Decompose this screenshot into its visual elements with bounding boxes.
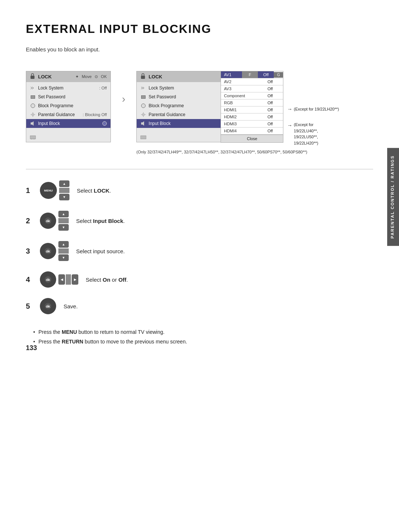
steps-section: 1 MENU ▲ ▼ Select LOCK. 2 OK (26, 180, 373, 314)
hdmi3-name: HDMI3 (221, 121, 257, 127)
nav-middle-2 (58, 218, 69, 223)
input-table: AV1 F Off G AV2 Off AV3 Off (221, 71, 283, 143)
right-set-password: Set Password (137, 92, 221, 101)
table-row-component: Component Off (221, 92, 283, 99)
step-5-description: Save. (64, 303, 78, 309)
ok-button-2[interactable]: OK (40, 213, 56, 229)
step-4-number: 4 (26, 275, 33, 284)
blank-icon-1 (30, 128, 36, 134)
hdmi1-name: HDMI1 (221, 106, 257, 113)
av1-name: AV1 (221, 71, 242, 78)
component-off: Off (257, 92, 283, 99)
ok-button-5[interactable]: OK (40, 298, 56, 314)
av3-off: Off (257, 85, 283, 92)
right-empty1 (137, 128, 221, 134)
right-btn-4[interactable]: ▶ (72, 274, 78, 285)
table-row-rgb: RGB Off (221, 99, 283, 106)
table-annotations: → (Except for 19/22LH20**) → (Except for… (287, 71, 339, 146)
move-hint-label: Move (82, 74, 92, 79)
right-input-block: Input Block (137, 119, 221, 128)
component-name: Component (221, 92, 257, 99)
step-2-number: 2 (26, 217, 33, 225)
block-programme-label: Block Programme (38, 103, 107, 108)
step-3-description: Select input source. (76, 248, 125, 254)
right-block-programme: Block Programme (137, 101, 221, 110)
step-3-row: 3 OK ▲ ▼ Select input source. (26, 241, 373, 261)
menu-item-set-password: Set Password (26, 92, 110, 101)
footer-notes: Press the MENU button to return to norma… (26, 329, 373, 345)
r-parental-guidance-label: Parental Guidance (149, 112, 217, 117)
tv-icon (30, 134, 36, 140)
svg-text:OK: OK (46, 220, 50, 223)
svg-rect-16 (141, 122, 143, 125)
table-row-av1: AV1 F Off G (221, 71, 283, 78)
step-2-nav-cluster: ▲ ▼ (58, 211, 69, 231)
hdmi2-arrow: → (287, 106, 292, 112)
input-table-container: AV1 F Off G AV2 Off AV3 Off (221, 71, 283, 143)
input-block-label: Input Block (38, 121, 100, 126)
ok-button-3[interactable]: OK (40, 243, 56, 259)
rgb-name: RGB (221, 99, 257, 106)
r-circle-icon (140, 103, 146, 109)
step-4-description: Select On or Off. (86, 277, 128, 283)
r-speaker-icon (140, 121, 146, 126)
av2-off: Off (257, 78, 283, 85)
right-diagram-group: LOCK Lock System Set Password (136, 71, 339, 146)
left-menu-nav: ✦ Move ⊙ OK (75, 74, 107, 79)
left-btn-4[interactable]: ◀ (58, 274, 65, 285)
circle-icon (30, 103, 36, 109)
av1-status: F (242, 71, 258, 78)
menu-button[interactable]: MENU (40, 182, 57, 199)
menu-item-parental-guidance: Parental Guidance : Blocking Off (26, 110, 110, 119)
svg-rect-10 (141, 76, 145, 79)
step-5-number: 5 (26, 302, 33, 311)
svg-point-11 (142, 113, 144, 116)
svg-rect-0 (31, 76, 34, 79)
lock-system-value: : Off (99, 86, 107, 90)
menu-item-block-programme: Block Programme (26, 101, 110, 110)
right-tv-row (137, 134, 221, 140)
left-menu-items: Lock System : Off Set Password (26, 82, 110, 142)
rect-icon (30, 94, 36, 100)
step-1-row: 1 MENU ▲ ▼ Select LOCK. (26, 180, 373, 200)
r-tv-icon (140, 134, 146, 140)
move-hint-icon: ✦ (75, 74, 79, 79)
menu-item-lock-system: Lock System : Off (26, 84, 110, 92)
av1-off: Off (258, 71, 274, 78)
diagrams-section: LOCK ✦ Move ⊙ OK Lock Syst (26, 71, 373, 154)
table-row-hdmi4: HDMI4 Off (221, 128, 283, 135)
lock-icon-right (140, 73, 146, 80)
down-btn-3[interactable]: ▼ (58, 254, 69, 261)
left-menu-box: LOCK ✦ Move ⊙ OK Lock Syst (26, 71, 111, 142)
left-menu-header-left: LOCK (30, 73, 52, 80)
left-diagram: LOCK ✦ Move ⊙ OK Lock Syst (26, 71, 111, 142)
down-btn-2[interactable]: ▼ (58, 224, 69, 231)
step-1-nav-cluster: ▲ ▼ (59, 180, 69, 200)
r-lock-system-label: Lock System (149, 85, 217, 91)
hdmi3-note-text: (Except for19/22LU40**,19/22LU50**,19/22… (294, 122, 318, 146)
ok-button-4[interactable]: OK (40, 271, 56, 288)
step-4-icons: OK ◀ ▶ (40, 271, 78, 288)
svg-text:OK: OK (46, 278, 50, 282)
rgb-off: Off (257, 99, 283, 106)
av1-btn: G (274, 72, 283, 78)
hdmi2-annotation: → (Except for 19/22LH20**) (287, 106, 339, 112)
ok-hint-icon: ⊙ (95, 74, 98, 79)
left-menu-header: LOCK ✦ Move ⊙ OK (26, 71, 110, 82)
av2-name: AV2 (221, 78, 257, 85)
table-row-hdmi1: HDMI1 Off (221, 106, 283, 113)
hdmi4-off: Off (257, 128, 283, 134)
r-set-password-label: Set Password (149, 94, 217, 99)
parental-guidance-label: Parental Guidance (38, 112, 81, 117)
up-btn-3[interactable]: ▲ (58, 241, 69, 248)
r-sun-icon (140, 112, 146, 118)
hdmi3-off: Off (257, 121, 283, 127)
r-double-arrow-icon (140, 85, 146, 91)
parental-guidance-value: : Blocking Off (83, 112, 107, 117)
down-btn[interactable]: ▼ (59, 194, 69, 200)
menu-item-input-block: Input Block (26, 119, 110, 128)
right-menu-box: LOCK Lock System Set Password (136, 71, 221, 142)
up-btn[interactable]: ▲ (59, 180, 69, 187)
right-menu-box-wrapper: LOCK Lock System Set Password (136, 71, 221, 142)
up-btn-2[interactable]: ▲ (58, 211, 69, 217)
